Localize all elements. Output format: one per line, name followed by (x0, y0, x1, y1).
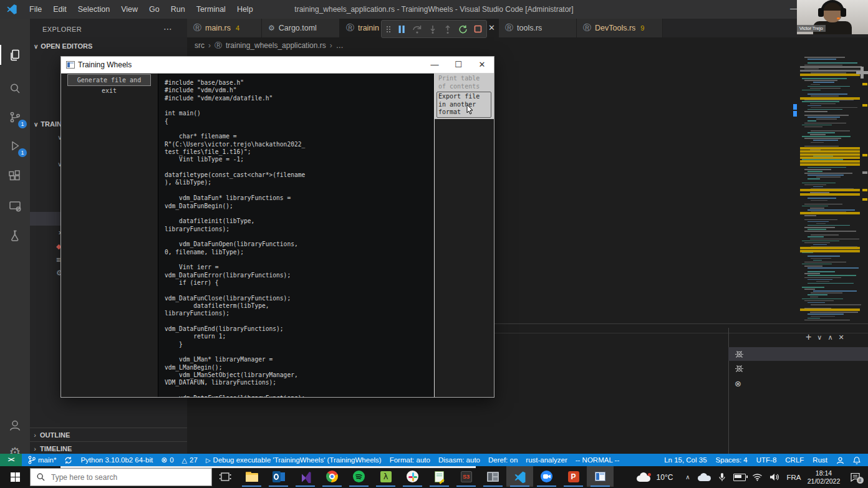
terminal-session-row[interactable] (728, 361, 868, 375)
status-item-debug-executable-train[interactable]: ▷Debug executable 'TrainingWheels' (Trai… (206, 456, 382, 464)
outline-section[interactable]: ›OUTLINE (30, 428, 187, 442)
extensions-button[interactable] (0, 163, 30, 188)
breadcrumb[interactable]: src›Ⓡtraining_wheels_application.rs›… (187, 37, 868, 54)
onedrive-icon[interactable] (697, 466, 713, 488)
menu-help[interactable]: Help (231, 0, 259, 19)
minimap[interactable] (800, 54, 862, 323)
tab-tools-rs[interactable]: Ⓡtools.rs (499, 19, 577, 37)
taskbar-app-vscode[interactable] (506, 466, 533, 487)
status-item-format-auto[interactable]: Format: auto (390, 456, 430, 464)
run-debug-button[interactable]: 1 (0, 133, 30, 158)
new-terminal-icon[interactable]: + (806, 332, 811, 343)
print-toc-button[interactable]: Print tableof contents (438, 75, 491, 90)
taskbar-app-chrome[interactable] (319, 466, 345, 487)
menu-terminal[interactable]: Terminal (191, 0, 231, 19)
task-view-button[interactable] (212, 466, 239, 487)
app-titlebar[interactable]: Training Wheels — ☐ ✕ (61, 57, 494, 74)
tray-chevron-icon[interactable]: ∧ (682, 466, 694, 488)
app-maximize-button[interactable]: ☐ (446, 57, 470, 73)
explorer-more-icon[interactable]: ⋯ (163, 24, 172, 34)
terminal-dropdown-icon[interactable]: ∨ (817, 333, 822, 342)
app-close-button[interactable]: ✕ (470, 57, 494, 73)
status-item-spaces-4[interactable]: Spaces: 4 (716, 456, 748, 464)
menu-run[interactable]: Run (165, 0, 191, 19)
taskbar-app-notes-app[interactable] (426, 466, 453, 487)
status-item-sync[interactable] (64, 456, 72, 464)
training-wheels-window[interactable]: Training Wheels — ☐ ✕ Generate file and … (60, 56, 494, 398)
stop-button[interactable] (474, 25, 482, 33)
breadcrumb-item[interactable]: src (195, 41, 205, 50)
status-item-27[interactable]: △27 (182, 456, 198, 464)
add-icon[interactable] (856, 66, 868, 79)
battery-icon[interactable] (732, 466, 747, 488)
menu-go[interactable]: Go (143, 0, 165, 19)
taskbar-app-slack[interactable] (399, 466, 426, 487)
tab-cargo-toml[interactable]: ⚙Cargo.toml (262, 19, 340, 37)
taskbar-app-spotify[interactable] (345, 466, 372, 487)
breadcrumb-item[interactable]: … (336, 41, 344, 50)
start-button[interactable] (0, 466, 30, 488)
editor-scrollbar[interactable] (862, 54, 868, 323)
menu-view[interactable]: View (115, 0, 143, 19)
weather-icon[interactable] (635, 466, 653, 488)
status-item-main-[interactable]: main* (28, 456, 56, 464)
taskbar-app-training-wheels[interactable] (587, 466, 614, 487)
status-item-rust-analyzer[interactable]: rust-analyzer (526, 456, 567, 464)
taskbar-app-visual-studio[interactable] (292, 466, 319, 487)
tab-devtools-rs[interactable]: ⓇDevTools.rs9 (577, 19, 663, 37)
taskbar-app-s3-app[interactable]: S3 (453, 466, 480, 487)
status-item-feedback[interactable] (836, 456, 844, 464)
pause-button[interactable] (398, 25, 405, 34)
test-beaker-button[interactable] (0, 223, 30, 248)
terminal-session-row[interactable] (728, 347, 868, 361)
step-over-button[interactable] (412, 25, 422, 34)
taskbar-app-remote-app[interactable] (480, 466, 506, 487)
terminal-session-row[interactable]: ⊗ (728, 376, 868, 390)
source-control-button[interactable]: 1 (0, 105, 30, 130)
menu-edit[interactable]: Edit (47, 0, 72, 19)
taskbar-app-file-explorer[interactable] (238, 466, 265, 487)
app-code-view[interactable]: #include "base/base.h" #include "vdm/vdm… (158, 74, 434, 397)
status-item-python-3-10-0b2-64-bit[interactable]: Python 3.10.0b2 64-bit (80, 456, 153, 464)
close-panel-icon[interactable]: ✕ (838, 333, 844, 342)
remote-explorer-button[interactable] (0, 193, 30, 218)
language-indicator[interactable]: FRA (784, 466, 803, 488)
temp-label[interactable]: 10°C (653, 466, 676, 488)
status-item-deref-on[interactable]: Deref: on (488, 456, 518, 464)
account-button[interactable] (0, 413, 30, 438)
taskbar-search[interactable] (30, 468, 212, 486)
notification-icon[interactable]: 8 (846, 466, 864, 488)
taskbar-app-outlook[interactable] (265, 466, 292, 487)
taskbar-app-powerpoint[interactable]: P (560, 466, 587, 487)
breadcrumb-item[interactable]: training_wheels_application.rs (226, 41, 326, 50)
status-item--normal-[interactable]: -- NORMAL -- (576, 456, 619, 464)
step-out-button[interactable] (444, 25, 451, 34)
microphone-icon[interactable] (716, 466, 728, 488)
clock[interactable]: 18:1421/02/2022 (804, 466, 843, 488)
status-item-disasm-auto[interactable]: Disasm: auto (438, 456, 480, 464)
explorer-button[interactable] (0, 42, 30, 67)
taskbar-app-zoom[interactable] (533, 466, 560, 487)
tab-main-rs[interactable]: Ⓡmain.rs4 (187, 19, 262, 37)
tab-close-icon[interactable]: ✕ (488, 23, 495, 32)
search-button[interactable] (0, 76, 30, 101)
app-minimize-button[interactable]: — (423, 57, 446, 73)
status-item-utf-8[interactable]: UTF-8 (756, 456, 777, 464)
status-item-bell[interactable] (853, 456, 861, 464)
status-item-ln-15-col-35[interactable]: Ln 15, Col 35 (664, 456, 706, 464)
workspace-section[interactable]: ∨TRAIN (34, 120, 62, 128)
generate-file-button[interactable]: Generate file and exit (67, 74, 151, 86)
taskbar-app-lambda-app[interactable]: λ (372, 466, 399, 487)
maximize-panel-icon[interactable]: ∧ (827, 333, 832, 342)
open-editors-section[interactable]: ∨OPEN EDITORS (34, 42, 92, 50)
status-item-0[interactable]: ⊗0 (161, 456, 173, 464)
restart-button[interactable] (458, 25, 467, 34)
wifi-icon[interactable] (750, 466, 764, 488)
search-input[interactable] (50, 472, 196, 482)
volume-icon[interactable] (768, 466, 781, 488)
step-into-button[interactable] (429, 25, 436, 34)
status-item-rust[interactable]: Rust (813, 456, 827, 464)
menu-selection[interactable]: Selection (72, 0, 115, 19)
status-item-crlf[interactable]: CRLF (785, 456, 804, 464)
remote-indicator[interactable]: >< (0, 454, 22, 466)
